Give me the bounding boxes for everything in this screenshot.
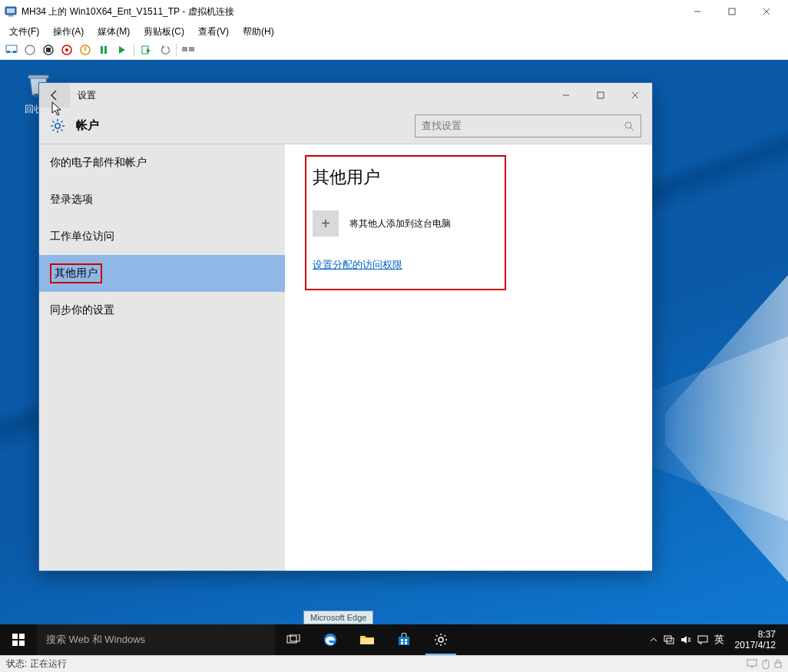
svg-rect-41 [19, 634, 25, 639]
tray-clock[interactable]: 8:37 2017/4/12 [730, 629, 780, 650]
vm-connect-window: MH34 上的 Win10X64_Ent_V1511_TP - 虚拟机连接 文件… [0, 0, 788, 672]
svg-line-59 [445, 644, 446, 645]
settings-header: 帐户 [39, 108, 652, 144]
sidebar-item-email-accounts[interactable]: 你的电子邮件和帐户 [39, 144, 285, 181]
svg-rect-40 [12, 634, 18, 639]
revert-icon[interactable] [157, 43, 171, 57]
highlighted-region: 其他用户 + 将其他人添加到这台电脑 设置分配的访问权限 [305, 155, 506, 290]
start-button[interactable] [0, 624, 37, 655]
tray-chevron-up-icon[interactable] [650, 636, 657, 644]
checkpoint-icon[interactable] [139, 43, 153, 57]
menu-file[interactable]: 文件(F) [6, 24, 42, 40]
enhanced-session-icon[interactable] [181, 43, 195, 57]
svg-marker-64 [681, 636, 687, 644]
turnoff-icon[interactable] [41, 43, 55, 57]
svg-rect-51 [401, 642, 403, 644]
svg-line-61 [436, 644, 438, 645]
tray-ime-indicator[interactable]: 英 [714, 633, 724, 647]
taskbar-edge[interactable] [312, 624, 349, 655]
svg-point-14 [65, 48, 68, 51]
pause-icon[interactable] [97, 43, 111, 57]
settings-search[interactable] [415, 114, 641, 137]
vm-status-text: 状态: 正在运行 [6, 657, 67, 670]
taskbar-settings[interactable] [422, 624, 459, 655]
menu-action[interactable]: 操作(A) [50, 24, 87, 40]
svg-rect-47 [360, 638, 374, 644]
start-icon[interactable] [23, 43, 37, 57]
vm-title-text: MH34 上的 Win10X64_Ent_V1511_TP - 虚拟机连接 [22, 5, 680, 18]
svg-marker-22 [162, 45, 165, 48]
svg-rect-1 [7, 8, 15, 13]
settings-search-input[interactable] [422, 120, 624, 131]
settings-body: 你的电子邮件和帐户 登录选项 工作单位访问 其他用户 同步你的设置 其他用户 +… [39, 144, 652, 571]
svg-rect-44 [287, 636, 296, 643]
svg-rect-9 [13, 51, 16, 53]
svg-point-10 [25, 45, 35, 55]
ctrl-alt-del-icon[interactable] [5, 43, 18, 57]
gear-icon [434, 633, 448, 647]
svg-rect-23 [182, 47, 187, 51]
task-view-button[interactable] [275, 624, 312, 655]
sidebar-item-label: 同步你的设置 [50, 303, 114, 317]
status-display-icon [747, 659, 757, 670]
svg-line-37 [53, 129, 55, 131]
svg-rect-17 [101, 46, 103, 54]
menu-media[interactable]: 媒体(M) [94, 24, 133, 40]
menu-clipboard[interactable]: 剪贴板(C) [141, 24, 187, 40]
svg-rect-4 [729, 8, 735, 15]
taskbar-explorer[interactable] [349, 624, 386, 655]
save-icon[interactable] [78, 43, 92, 57]
vm-minimize-button[interactable] [680, 0, 714, 23]
svg-rect-68 [747, 660, 757, 666]
assigned-access-link[interactable]: 设置分配的访问权限 [313, 259, 402, 270]
sidebar-item-label: 登录选项 [50, 193, 93, 207]
vm-maximize-button[interactable] [714, 0, 749, 23]
tray-volume-icon[interactable] [680, 635, 691, 644]
svg-line-60 [445, 635, 446, 637]
task-view-icon [286, 634, 300, 645]
svg-point-29 [55, 123, 60, 127]
svg-point-38 [625, 122, 631, 128]
shutdown-icon[interactable] [60, 43, 74, 57]
toolbar-separator [176, 44, 177, 56]
svg-rect-52 [405, 642, 407, 644]
add-other-user-label: 将其他人添加到这台电脑 [349, 217, 451, 230]
vm-statusbar: 状态: 正在运行 [0, 655, 788, 672]
svg-line-35 [61, 129, 63, 131]
taskbar-store[interactable] [386, 624, 422, 655]
tray-notifications-icon[interactable] [697, 635, 708, 644]
guest-desktop[interactable]: 回收站 设置 帐户 [0, 60, 788, 655]
reset-icon[interactable] [115, 43, 129, 57]
settings-close-button[interactable] [617, 83, 652, 108]
svg-marker-19 [119, 46, 125, 54]
windows-logo-icon [12, 634, 25, 646]
svg-rect-26 [598, 92, 604, 98]
toolbar-separator [134, 44, 134, 56]
svg-line-39 [631, 127, 634, 131]
back-button[interactable] [39, 83, 70, 108]
sidebar-item-sync-settings[interactable]: 同步你的设置 [39, 292, 285, 329]
menu-view[interactable]: 查看(V) [195, 24, 232, 40]
settings-content: 其他用户 + 将其他人添加到这台电脑 设置分配的访问权限 [285, 144, 652, 571]
sidebar-item-label: 其他用户 [50, 263, 102, 283]
vm-app-icon [5, 5, 17, 18]
menu-help[interactable]: 帮助(H) [240, 24, 277, 40]
svg-rect-43 [19, 641, 25, 646]
tray-network-icon[interactable] [664, 635, 674, 644]
taskbar-search[interactable]: 搜索 Web 和 Windows [37, 624, 275, 655]
svg-rect-45 [290, 634, 300, 641]
vm-titlebar: MH34 上的 Win10X64_Ent_V1511_TP - 虚拟机连接 [0, 0, 788, 23]
settings-minimize-button[interactable] [548, 83, 583, 108]
edge-icon [323, 632, 338, 647]
plus-icon: + [313, 210, 339, 237]
add-other-user-row[interactable]: + 将其他人添加到这台电脑 [313, 210, 498, 237]
sidebar-item-other-users[interactable]: 其他用户 [39, 255, 285, 292]
sidebar-item-work-access[interactable]: 工作单位访问 [39, 218, 285, 255]
taskbar-search-placeholder: 搜索 Web 和 Windows [46, 633, 145, 647]
sidebar-item-signin-options[interactable]: 登录选项 [39, 181, 285, 218]
settings-title-text: 设置 [70, 89, 548, 102]
svg-rect-42 [12, 641, 18, 646]
settings-maximize-button[interactable] [583, 83, 617, 108]
vm-close-button[interactable] [749, 0, 783, 23]
svg-line-36 [61, 121, 63, 122]
